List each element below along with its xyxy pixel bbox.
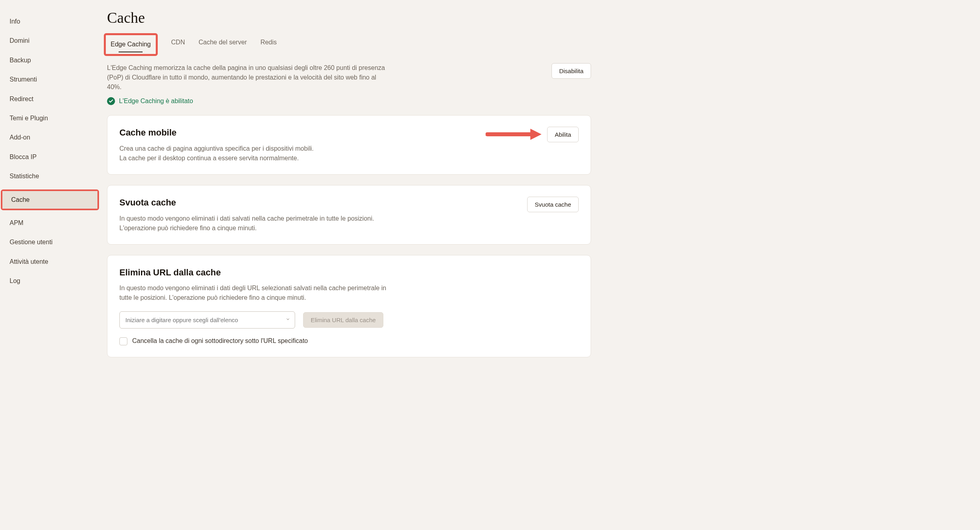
card-cache-mobile: Cache mobile Crea una cache di pagina ag… [107, 115, 591, 175]
elimina-url-description: In questo modo vengono eliminati i dati … [119, 283, 399, 303]
sidebar-item-strumenti[interactable]: Strumenti [0, 70, 100, 89]
elimina-url-title: Elimina URL dalla cache [119, 267, 579, 279]
cache-mobile-description: Crea una cache di pagina aggiuntiva spec… [119, 144, 314, 163]
enable-cache-mobile-button[interactable]: Abilita [547, 127, 579, 142]
tabs: Edge Caching CDN Cache del server Redis [107, 36, 591, 56]
annotation-highlight-tab-edge-caching: Edge Caching [104, 33, 158, 56]
svuota-cache-button[interactable]: Svuota cache [527, 197, 579, 212]
main-content: Cache Edge Caching CDN Cache del server … [100, 0, 599, 530]
subdirectory-checkbox-label: Cancella la cache di ogni sottodirectory… [132, 337, 308, 345]
elimina-url-button[interactable]: Elimina URL dalla cache [303, 312, 383, 328]
sidebar-item-blocca-ip[interactable]: Blocca IP [0, 147, 100, 167]
sidebar-item-addon[interactable]: Add-on [0, 128, 100, 147]
annotation-arrow-icon [486, 127, 542, 141]
sidebar-item-apm[interactable]: APM [0, 213, 100, 233]
annotation-highlight-sidebar-cache: Cache [1, 189, 99, 210]
tab-cache-server[interactable]: Cache del server [198, 36, 247, 49]
url-select[interactable] [119, 311, 295, 329]
tab-cdn[interactable]: CDN [171, 36, 185, 49]
sidebar-item-redirect[interactable]: Redirect [0, 90, 100, 109]
card-svuota-cache: Svuota cache In questo modo vengono elim… [107, 185, 591, 245]
sidebar-item-gestione-utenti[interactable]: Gestione utenti [0, 233, 100, 252]
edge-caching-status: L'Edge Caching è abilitato [107, 97, 591, 106]
check-circle-icon [107, 97, 115, 105]
sidebar-item-domini[interactable]: Domini [0, 31, 100, 50]
edge-caching-status-text: L'Edge Caching è abilitato [119, 97, 193, 106]
tab-redis[interactable]: Redis [260, 36, 277, 49]
url-select-input[interactable] [119, 311, 295, 329]
cache-mobile-title: Cache mobile [119, 127, 314, 139]
page-title: Cache [107, 7, 591, 28]
sidebar-item-log[interactable]: Log [0, 271, 100, 291]
sidebar-item-cache[interactable]: Cache [2, 191, 97, 209]
disable-edge-caching-button[interactable]: Disabilita [551, 63, 591, 79]
sidebar-item-temi-plugin[interactable]: Temi e Plugin [0, 109, 100, 128]
sidebar-item-info[interactable]: Info [0, 12, 100, 31]
edge-caching-description: L'Edge Caching memorizza la cache della … [107, 63, 387, 92]
svuota-cache-description: In questo modo vengono eliminati i dati … [119, 214, 399, 233]
svuota-cache-title: Svuota cache [119, 197, 399, 209]
sidebar-item-attivita-utente[interactable]: Attività utente [0, 252, 100, 271]
sidebar-item-backup[interactable]: Backup [0, 51, 100, 70]
card-elimina-url: Elimina URL dalla cache In questo modo v… [107, 255, 591, 357]
subdirectory-checkbox[interactable] [119, 337, 127, 345]
svg-marker-1 [530, 129, 542, 140]
sidebar: Info Domini Backup Strumenti Redirect Te… [0, 0, 100, 530]
tab-edge-caching[interactable]: Edge Caching [111, 38, 151, 51]
sidebar-item-statistiche[interactable]: Statistiche [0, 167, 100, 186]
